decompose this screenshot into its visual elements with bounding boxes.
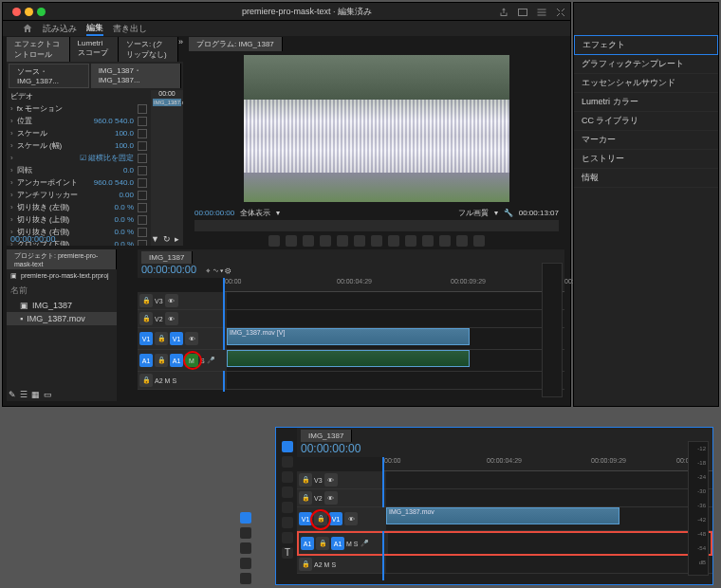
go-out-icon[interactable]: [388, 235, 399, 247]
side-item[interactable]: Lumetri カラー: [574, 93, 718, 112]
icon-view-icon[interactable]: ▦: [31, 390, 40, 399]
zoom-select[interactable]: 全体表示: [240, 208, 270, 218]
timeline-tc[interactable]: 00:00:00:00: [141, 264, 196, 275]
fullscreen-icon[interactable]: [555, 7, 566, 18]
more-icon[interactable]: »: [178, 37, 183, 62]
menu-import[interactable]: 読み込み: [43, 23, 77, 35]
marker-icon[interactable]: ▾: [220, 266, 223, 275]
col-name[interactable]: 名前: [7, 283, 117, 299]
track-v2[interactable]: 🔒V2👁: [138, 310, 564, 328]
project-tab[interactable]: プロジェクト: premiere-pro-mask-text: [7, 249, 117, 269]
menu-export[interactable]: 書き出し: [113, 23, 147, 35]
program-tc[interactable]: 00:00:00:00: [194, 209, 234, 217]
sequence-tab[interactable]: IMG_1387: [301, 430, 352, 442]
keyframe-icon[interactable]: [138, 215, 147, 225]
filter-icon[interactable]: ▼: [151, 234, 159, 244]
keyframe-icon[interactable]: [138, 240, 147, 247]
playhead[interactable]: [223, 278, 225, 392]
track-a2[interactable]: 🔒A2MS: [138, 372, 564, 390]
bin-icon[interactable]: ▣: [10, 272, 17, 280]
audio-clip[interactable]: [227, 350, 470, 367]
side-item[interactable]: エッセンシャルサウンド: [574, 74, 718, 93]
side-item[interactable]: ヒストリー: [574, 150, 718, 169]
export-frame-icon[interactable]: [439, 235, 451, 247]
mark-out-icon[interactable]: [303, 235, 314, 247]
sequence-tab[interactable]: IMG_1387: [141, 251, 193, 264]
loop-icon[interactable]: ↻: [163, 234, 171, 244]
fx-value[interactable]: 0.0 %: [115, 215, 134, 224]
timeline-tc[interactable]: 00:00:00:00: [301, 442, 360, 455]
minimize-icon[interactable]: [25, 8, 33, 16]
program-scrubber[interactable]: [194, 220, 559, 231]
side-item[interactable]: CC ライブラリ: [574, 112, 718, 131]
keyframe-icon[interactable]: [138, 154, 147, 163]
proj-item-seq[interactable]: ▣IMG_1387: [7, 299, 117, 312]
compare-icon[interactable]: [456, 235, 468, 247]
keyframe-icon[interactable]: [138, 129, 147, 138]
track-v3[interactable]: 🔒V3👁: [138, 292, 564, 310]
extract-icon[interactable]: [422, 235, 434, 247]
toggle-output-icon[interactable]: 👁: [165, 312, 178, 325]
tab-lumetri[interactable]: Lumetri スコープ: [70, 37, 119, 62]
freeform-icon[interactable]: ▭: [44, 390, 52, 399]
lock-icon[interactable]: 🔒: [155, 354, 168, 367]
toggle-output-icon[interactable]: 👁: [165, 294, 178, 307]
target-a1[interactable]: A1: [170, 354, 183, 367]
plus-icon[interactable]: [473, 235, 485, 247]
source-v1[interactable]: V1: [139, 332, 153, 345]
home-icon[interactable]: [22, 23, 33, 34]
side-item[interactable]: マーカー: [574, 131, 718, 150]
razor-tool-icon[interactable]: [240, 558, 251, 569]
lift-icon[interactable]: [405, 235, 416, 247]
lock-icon[interactable]: 🔒: [314, 512, 327, 525]
track-v1[interactable]: V1🔒V1👁 IMG_1387.mov [V]: [138, 328, 564, 350]
hand-tool-icon[interactable]: [282, 532, 293, 543]
fx-value[interactable]: 960.0 540.0: [94, 117, 134, 125]
time-ruler[interactable]: 00:00 00:00:04:29 00:00:09:29 00:00: [382, 457, 712, 471]
solo-icon[interactable]: S: [200, 358, 205, 364]
lock-icon[interactable]: 🔒: [139, 374, 153, 387]
add-marker-icon[interactable]: [268, 235, 280, 247]
keyframe-icon[interactable]: [138, 104, 147, 114]
fx-value[interactable]: 0.0 %: [115, 203, 134, 211]
current-clip[interactable]: IMG_1387・IMG_1387...: [91, 64, 181, 88]
track-v3[interactable]: 🔒V3👁: [297, 471, 712, 489]
lock-icon[interactable]: 🔒: [139, 294, 153, 307]
mute-icon[interactable]: M: [165, 377, 171, 384]
track-a2[interactable]: 🔒A2MS: [297, 556, 712, 574]
side-item[interactable]: グラフィックテンプレート: [574, 55, 718, 74]
step-fwd-icon[interactable]: [371, 235, 382, 247]
ripple-tool-icon[interactable]: [240, 542, 251, 554]
keyframe-icon[interactable]: [138, 117, 147, 126]
fx-value[interactable]: 960.0 540.0: [94, 178, 134, 187]
track-a1-highlighted[interactable]: A1🔒A1MS🎤: [297, 531, 712, 556]
linked-icon[interactable]: ∿: [213, 266, 218, 275]
lock-icon[interactable]: 🔒: [155, 332, 168, 345]
list-view-icon[interactable]: ☰: [20, 390, 28, 399]
mark-in-icon[interactable]: [286, 235, 297, 247]
close-icon[interactable]: [12, 8, 21, 16]
keyframe-icon[interactable]: [138, 203, 147, 212]
tab-effect-controls[interactable]: エフェクトコントロール: [7, 37, 70, 62]
program-tab[interactable]: プログラム: IMG_1387: [189, 37, 283, 51]
keyframe-icon[interactable]: [138, 141, 147, 151]
share-icon[interactable]: [498, 7, 509, 18]
time-ruler[interactable]: 00:00 00:00:04:29 00:00:09:29 00:00: [223, 278, 564, 292]
snap-icon[interactable]: ⌖: [206, 266, 211, 275]
menu-edit[interactable]: 編集: [86, 22, 103, 36]
go-in-icon[interactable]: [320, 235, 331, 247]
fx-value[interactable]: 100.0: [115, 141, 134, 150]
maximize-icon[interactable]: [37, 8, 46, 16]
track-v2[interactable]: 🔒V2👁: [297, 489, 712, 507]
slip-tool-icon[interactable]: [240, 573, 251, 584]
type-tool-icon[interactable]: T: [282, 547, 293, 559]
mute-button[interactable]: M: [185, 354, 198, 367]
source-a1[interactable]: A1: [139, 354, 153, 367]
razor-tool-icon[interactable]: [282, 487, 293, 498]
side-item[interactable]: エフェクト: [574, 35, 718, 55]
wrench-icon[interactable]: ▸: [175, 234, 179, 244]
step-back-icon[interactable]: [337, 235, 348, 247]
selection-tool-icon[interactable]: [240, 512, 251, 524]
track-a1[interactable]: A1🔒A1MS🎤: [138, 350, 564, 372]
fx-value[interactable]: 0.00: [119, 191, 134, 199]
